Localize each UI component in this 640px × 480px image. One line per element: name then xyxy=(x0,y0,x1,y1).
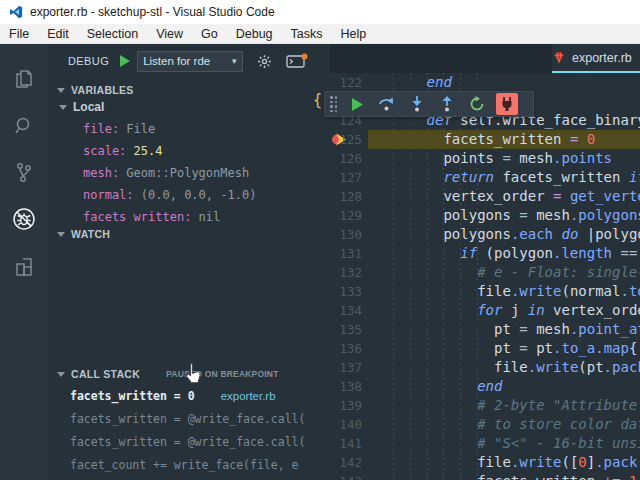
sidebar-item-explorer[interactable] xyxy=(0,56,48,102)
line-number[interactable]: 129 xyxy=(330,206,362,225)
code-line[interactable]: 143facets_written += 1 xyxy=(330,472,640,480)
menu-item-debug[interactable]: Debug xyxy=(227,24,282,44)
disconnect-button[interactable] xyxy=(494,93,520,115)
code-line[interactable]: 129polygons = mesh.polygons xyxy=(330,206,640,225)
menu-item-file[interactable]: File xyxy=(0,24,38,44)
variables-list: Local file: Filescale: 25.4mesh: Geom::P… xyxy=(48,96,330,222)
variable-name: normal: xyxy=(83,188,141,202)
menu-item-view[interactable]: View xyxy=(147,24,192,44)
line-number[interactable]: 136 xyxy=(330,339,362,358)
line-number[interactable]: 127 xyxy=(330,168,362,187)
step-out-button[interactable] xyxy=(434,93,460,115)
variable-row[interactable]: mesh: Geom::PolygonMesh xyxy=(48,162,330,184)
menu-item-selection[interactable]: Selection xyxy=(78,24,147,44)
callstack-frame[interactable]: facet_count += write_face(file, e xyxy=(48,453,330,476)
debug-panel-title: DEBUG xyxy=(68,55,109,67)
debug-config-dropdown[interactable]: Listen for rde ▼ xyxy=(137,51,243,72)
code-line[interactable]: 138end xyxy=(330,377,640,396)
code-line[interactable]: 134for j in vertex_order xyxy=(330,301,640,320)
callstack-frame[interactable]: facets_written = 0exporter.rb xyxy=(48,384,330,407)
code-line[interactable]: 139# 2-byte "Attribute byte c xyxy=(330,396,640,415)
code-line[interactable]: 140# to store color data. xyxy=(330,415,640,434)
line-number[interactable]: 141 xyxy=(330,434,362,453)
section-header-watch[interactable]: WATCH xyxy=(48,224,330,244)
tab-exporter-rb[interactable]: exporter.rb xyxy=(552,44,640,73)
callstack-frame[interactable]: entities.each do |entity| xyxy=(48,476,330,480)
code-line[interactable]: 128vertex_order = get_vertex_order( xyxy=(330,187,640,206)
vscode-window: exporter.rb - sketchup-stl - Visual Stud… xyxy=(0,0,640,480)
variables-scope-row[interactable]: Local xyxy=(48,96,330,118)
code-line[interactable]: 127return facets_written if poi xyxy=(330,168,640,187)
drag-handle-icon[interactable] xyxy=(330,96,340,112)
start-debug-button[interactable] xyxy=(119,54,131,68)
code-text: facets_written = 0 xyxy=(376,130,595,149)
step-over-icon xyxy=(378,96,396,112)
sidebar-item-search[interactable] xyxy=(0,103,48,149)
activity-bar xyxy=(0,44,48,480)
line-number[interactable]: 143 xyxy=(330,472,362,480)
variable-name: scale: xyxy=(83,144,134,158)
line-number[interactable]: 137 xyxy=(330,358,362,377)
sidebar-item-debug[interactable] xyxy=(0,196,48,242)
code-line[interactable]: 132# e - Float: single-precisio xyxy=(330,263,640,282)
continue-button[interactable] xyxy=(344,93,370,115)
line-number[interactable]: 134 xyxy=(330,301,362,320)
code-line[interactable]: 135pt = mesh.point_at(pol xyxy=(330,320,640,339)
code-line[interactable]: 133file.write(normal.to_a.pack xyxy=(330,282,640,301)
variable-row[interactable]: facets_written: nil xyxy=(48,206,330,222)
line-number[interactable]: 132 xyxy=(330,263,362,282)
step-into-icon xyxy=(411,96,423,112)
variable-row[interactable]: file: File xyxy=(48,118,330,140)
menu-item-tasks[interactable]: Tasks xyxy=(282,24,332,44)
code-editor[interactable]: 122end123124def self.write_face_binary(m… xyxy=(330,73,640,480)
line-number[interactable]: 139 xyxy=(330,396,362,415)
line-number[interactable]: 142 xyxy=(330,453,362,472)
line-number[interactable]: 130 xyxy=(330,225,362,244)
code-line[interactable]: 125facets_written = 0 xyxy=(330,130,640,149)
frame-source: exporter.rb xyxy=(221,390,276,402)
code-text: pt = pt.to_a.map{|v xyxy=(376,339,640,358)
callstack-frame[interactable]: facets_written = @write_face.call( xyxy=(48,407,330,430)
line-number[interactable]: 122 xyxy=(330,73,362,92)
twistie-icon xyxy=(57,232,65,237)
line-number[interactable]: 126 xyxy=(330,149,362,168)
code-line[interactable]: 136pt = pt.to_a.map{|v xyxy=(330,339,640,358)
step-over-button[interactable] xyxy=(374,93,400,115)
code-line[interactable]: 130polygons.each do |polygon| xyxy=(330,225,640,244)
frame-label: facets_written = @write_face.call( xyxy=(70,412,305,426)
callstack-frame[interactable]: facets_written = @write_face.call( xyxy=(48,430,330,453)
debug-console-icon[interactable] xyxy=(286,53,308,69)
tab-bar: exporter.rb xyxy=(330,44,640,73)
restart-button[interactable] xyxy=(464,93,490,115)
menu-item-help[interactable]: Help xyxy=(332,24,376,44)
code-text: file.write([0].pack( xyxy=(376,453,640,472)
code-line[interactable]: 131if (polygon.length == 3 xyxy=(330,244,640,263)
debug-panel-header: DEBUG Listen for rde ▼ xyxy=(48,44,330,78)
code-line[interactable]: 122end xyxy=(330,73,640,92)
sidebar-item-source-control[interactable] xyxy=(0,149,48,195)
line-number[interactable]: 138 xyxy=(330,377,362,396)
code-line[interactable]: 137file.write(pt.pack("e xyxy=(330,358,640,377)
ruby-gem-icon xyxy=(552,51,566,64)
sidebar-item-extensions[interactable] xyxy=(0,244,48,290)
step-into-button[interactable] xyxy=(404,93,430,115)
line-number[interactable]: 133 xyxy=(330,282,362,301)
line-number[interactable]: 128 xyxy=(330,187,362,206)
gear-icon[interactable] xyxy=(257,54,272,69)
menu-bar: FileEditSelectionViewGoDebugTasksHelp xyxy=(0,24,640,44)
variable-row[interactable]: scale: 25.4 xyxy=(48,140,330,162)
code-text: # "S<" - 16-bit unsigned xyxy=(376,434,640,453)
line-number[interactable]: 131 xyxy=(330,244,362,263)
variable-value: nil xyxy=(199,210,221,222)
menu-item-edit[interactable]: Edit xyxy=(38,24,78,44)
variable-value: (0.0, 0.0, -1.0) xyxy=(141,188,257,202)
menu-item-go[interactable]: Go xyxy=(192,24,227,44)
section-header-call-stack[interactable]: CALL STACK PAUSED ON BREAKPOINT xyxy=(48,364,330,384)
code-line[interactable]: 142file.write([0].pack( xyxy=(330,453,640,472)
code-line[interactable]: 126points = mesh.points xyxy=(330,149,640,168)
line-number[interactable]: 125 xyxy=(330,130,362,149)
variable-row[interactable]: normal: (0.0, 0.0, -1.0) xyxy=(48,184,330,206)
line-number[interactable]: 140 xyxy=(330,415,362,434)
line-number[interactable]: 135 xyxy=(330,320,362,339)
code-line[interactable]: 141# "S<" - 16-bit unsigned xyxy=(330,434,640,453)
